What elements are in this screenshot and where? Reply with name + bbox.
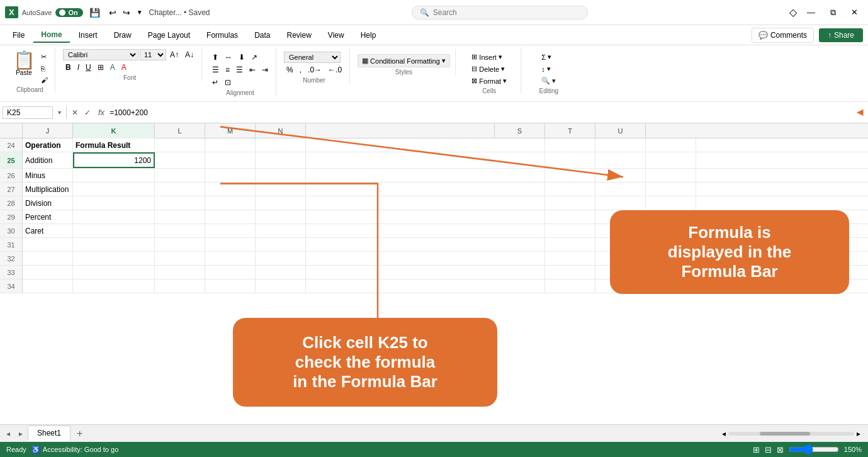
cell-n25[interactable]	[256, 152, 306, 168]
merge-button[interactable]: ⊡	[222, 77, 234, 88]
add-sheet-button[interactable]: +	[72, 427, 87, 441]
cell-n28[interactable]	[256, 196, 306, 210]
cell-extra31[interactable]	[306, 238, 545, 251]
cell-j31[interactable]	[23, 238, 73, 251]
cell-u25[interactable]	[646, 152, 696, 168]
cell-u26[interactable]	[646, 169, 696, 182]
cell-k28[interactable]	[73, 196, 155, 210]
cell-n31[interactable]	[256, 238, 306, 251]
cell-j24[interactable]: Operation	[23, 138, 73, 152]
cell-j34[interactable]	[23, 279, 73, 293]
cell-s28[interactable]	[545, 196, 595, 210]
cell-m29[interactable]	[205, 210, 256, 223]
cell-k26[interactable]	[73, 169, 155, 182]
font-color-button[interactable]: A	[119, 62, 129, 73]
cell-m26[interactable]	[205, 169, 256, 182]
percent-button[interactable]: %	[284, 64, 296, 76]
grow-font-button[interactable]: A↑	[167, 49, 181, 60]
cell-extra25[interactable]	[306, 152, 545, 168]
insert-button[interactable]: ⊞ Insert ▾	[468, 52, 510, 62]
sheet-tab-sheet1[interactable]: Sheet1	[28, 426, 70, 441]
cell-n34[interactable]	[256, 279, 306, 293]
col-header-j[interactable]: J	[23, 123, 73, 138]
fill-color-button[interactable]: A	[108, 62, 118, 73]
paste-button[interactable]: 📋 Paste	[11, 49, 38, 79]
cell-k29[interactable]	[73, 210, 155, 223]
restore-button[interactable]: ⧉	[825, 5, 841, 20]
format-button[interactable]: ⊠ Format ▾	[468, 76, 510, 86]
cell-j33[interactable]	[23, 266, 73, 279]
cell-extra27[interactable]	[306, 183, 545, 196]
cell-n29[interactable]	[256, 210, 306, 223]
indent-dec-button[interactable]: ⇤	[247, 64, 258, 76]
cell-extra26[interactable]	[306, 169, 545, 182]
col-header-t[interactable]: T	[545, 123, 595, 138]
cell-m31[interactable]	[205, 238, 256, 251]
cell-s31[interactable]	[545, 238, 595, 251]
shrink-font-button[interactable]: A↓	[183, 49, 196, 60]
customize-qat-button[interactable]: ▼	[134, 8, 145, 17]
text-direction-button[interactable]: ↗	[249, 52, 260, 63]
search-input[interactable]	[433, 8, 559, 17]
tab-help[interactable]: Help	[353, 28, 384, 42]
cell-s27[interactable]	[545, 183, 595, 196]
sheet-nav-prev[interactable]: ◂	[3, 428, 14, 439]
cell-m25[interactable]	[205, 152, 256, 168]
align-right-button[interactable]: ☰	[234, 64, 245, 76]
autosave-toggle[interactable]: On	[55, 8, 82, 17]
italic-button[interactable]: I	[75, 62, 82, 73]
wrap-text-button[interactable]: ↵	[210, 77, 221, 88]
cell-t24[interactable]	[595, 138, 646, 152]
scroll-right-icon[interactable]: ▸	[857, 429, 860, 438]
expand-name-box[interactable]: ▾	[55, 109, 64, 116]
col-header-l[interactable]: L	[155, 123, 205, 138]
cell-t28[interactable]	[595, 196, 646, 210]
cell-k30[interactable]	[73, 224, 155, 237]
align-bottom-button[interactable]: ⬇	[236, 52, 247, 63]
normal-view-button[interactable]: ⊞	[753, 445, 760, 454]
delete-button[interactable]: ⊟ Delete ▾	[468, 64, 510, 74]
cell-n24[interactable]	[256, 138, 306, 152]
cell-l24[interactable]	[155, 138, 205, 152]
cell-s29[interactable]	[545, 210, 595, 223]
cell-m34[interactable]	[205, 279, 256, 293]
increase-decimal-button[interactable]: .0→	[305, 64, 324, 76]
cell-k31[interactable]	[73, 238, 155, 251]
find-button[interactable]: 🔍▾	[538, 76, 560, 86]
tab-home[interactable]: Home	[33, 28, 69, 43]
font-size-select[interactable]: 11	[140, 49, 166, 60]
cell-s25[interactable]	[545, 152, 595, 168]
number-format-select[interactable]: General	[284, 52, 341, 63]
cell-m32[interactable]	[205, 252, 256, 265]
search-box[interactable]: 🔍	[412, 6, 588, 20]
tab-view[interactable]: View	[320, 28, 352, 42]
cell-n32[interactable]	[256, 252, 306, 265]
conditional-formatting-button[interactable]: ▦ Conditional Formatting ▾	[358, 54, 450, 67]
copy-button[interactable]: ⎘	[39, 64, 50, 74]
cell-m30[interactable]	[205, 224, 256, 237]
sort-filter-button[interactable]: ↕▾	[538, 64, 560, 74]
align-top-button[interactable]: ⬆	[210, 52, 221, 63]
tab-data[interactable]: Data	[247, 28, 278, 42]
name-box[interactable]	[3, 106, 53, 119]
cell-m27[interactable]	[205, 183, 256, 196]
comma-button[interactable]: ,	[297, 64, 304, 76]
cell-s26[interactable]	[545, 169, 595, 182]
cell-l26[interactable]	[155, 169, 205, 182]
col-header-m[interactable]: M	[205, 123, 256, 138]
cell-n27[interactable]	[256, 183, 306, 196]
cell-n30[interactable]	[256, 224, 306, 237]
page-break-view-button[interactable]: ⊠	[777, 445, 784, 454]
cell-s24[interactable]	[545, 138, 595, 152]
tab-page-layout[interactable]: Page Layout	[140, 28, 198, 42]
cell-l27[interactable]	[155, 183, 205, 196]
sheet-nav-next[interactable]: ▸	[15, 428, 26, 439]
share-button[interactable]: ↑ Share	[819, 28, 863, 42]
cell-k34[interactable]	[73, 279, 155, 293]
tab-file[interactable]: File	[5, 28, 32, 42]
align-middle-button[interactable]: ↔	[222, 52, 235, 63]
cell-m24[interactable]	[205, 138, 256, 152]
minimize-button[interactable]: —	[802, 5, 820, 20]
cell-n33[interactable]	[256, 266, 306, 279]
scroll-left-icon[interactable]: ◂	[722, 429, 726, 438]
